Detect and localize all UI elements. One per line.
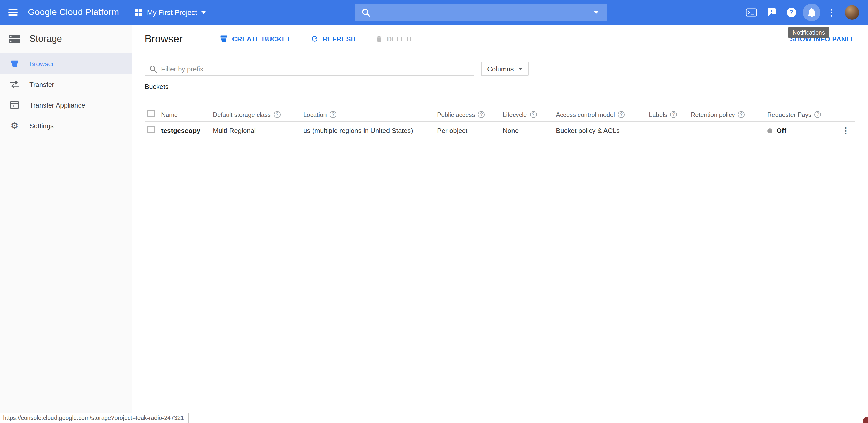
hamburger-menu-button[interactable] bbox=[0, 0, 26, 25]
link-status-bar: https://console.cloud.google.com/storage… bbox=[0, 413, 189, 423]
feedback-icon bbox=[767, 8, 776, 17]
gcp-logo[interactable]: Google Cloud Platform bbox=[28, 7, 119, 18]
column-header-access-control: Access control model ? bbox=[556, 111, 649, 118]
transfer-arrows-icon bbox=[8, 81, 21, 88]
content-header: Browser CREATE BUCKET REFRESH bbox=[132, 25, 868, 53]
sidebar-item-label: Transfer Appliance bbox=[29, 101, 85, 109]
buckets-table: Name Default storage class ? Location ? … bbox=[145, 108, 855, 140]
bucket-add-icon bbox=[220, 35, 228, 43]
gcp-console: Google Cloud Platform My First Project bbox=[0, 0, 868, 423]
project-name: My First Project bbox=[147, 8, 197, 17]
refresh-icon bbox=[311, 35, 319, 43]
cell-access-control: Bucket policy & ACLs bbox=[556, 127, 649, 135]
sidebar-item-transfer-appliance[interactable]: Transfer Appliance bbox=[0, 95, 132, 115]
avatar bbox=[844, 5, 859, 20]
cell-requester-pays: Off bbox=[767, 127, 834, 135]
topbar-actions: ? ⋮ bbox=[741, 0, 862, 25]
header-checkbox-cell bbox=[145, 110, 161, 119]
account-button[interactable] bbox=[842, 0, 862, 25]
project-icon bbox=[134, 8, 142, 16]
filter-box[interactable] bbox=[145, 61, 474, 76]
row-menu-cell: ⋮ bbox=[834, 126, 855, 135]
cell-public-access: Per object bbox=[437, 127, 503, 135]
global-search[interactable] bbox=[355, 4, 607, 21]
cell-location: us (multiple regions in United States) bbox=[303, 127, 437, 135]
cloud-shell-icon bbox=[745, 8, 757, 17]
select-all-checkbox[interactable] bbox=[147, 110, 155, 117]
help-icon: ? bbox=[786, 8, 796, 17]
help-icon[interactable]: ? bbox=[530, 111, 536, 118]
help-icon[interactable]: ? bbox=[618, 111, 625, 118]
bell-icon bbox=[807, 7, 816, 18]
chevron-down-icon bbox=[519, 68, 523, 70]
bucket-icon bbox=[8, 59, 21, 68]
top-app-bar: Google Cloud Platform My First Project bbox=[0, 0, 868, 25]
project-selector[interactable]: My First Project bbox=[134, 8, 206, 17]
create-bucket-button[interactable]: CREATE BUCKET bbox=[220, 35, 291, 43]
row-menu-button[interactable]: ⋮ bbox=[842, 126, 850, 135]
help-button[interactable]: ? bbox=[781, 0, 801, 25]
column-header-requester-pays: Requester Pays ? bbox=[767, 111, 834, 118]
trash-icon bbox=[376, 35, 383, 43]
page-title: Browser bbox=[145, 33, 183, 45]
column-header-public-access: Public access ? bbox=[437, 111, 503, 118]
search-input[interactable] bbox=[370, 8, 585, 17]
table-header-row: Name Default storage class ? Location ? … bbox=[145, 108, 855, 121]
chevron-down-icon bbox=[202, 11, 206, 14]
table-row[interactable]: testgcscopy Multi-Regional us (multiple … bbox=[145, 121, 855, 140]
action-toolbar: CREATE BUCKET REFRESH DELETE bbox=[220, 35, 414, 43]
appliance-icon bbox=[8, 101, 21, 109]
sidebar-header: Storage bbox=[0, 25, 132, 53]
cell-storage-class: Multi-Regional bbox=[213, 127, 303, 135]
hamburger-icon bbox=[8, 9, 18, 16]
gear-icon: ⚙ bbox=[8, 121, 21, 130]
main-content: Browser CREATE BUCKET REFRESH bbox=[132, 25, 868, 423]
cell-lifecycle: None bbox=[503, 127, 556, 135]
sidebar-item-label: Browser bbox=[29, 60, 54, 67]
status-off-dot bbox=[767, 128, 772, 133]
refresh-button[interactable]: REFRESH bbox=[311, 35, 356, 43]
column-header-lifecycle: Lifecycle ? bbox=[503, 111, 556, 118]
help-icon[interactable]: ? bbox=[671, 111, 677, 118]
column-header-labels: Labels ? bbox=[649, 111, 691, 118]
notifications-tooltip: Notifications bbox=[788, 27, 829, 38]
delete-button[interactable]: DELETE bbox=[376, 35, 414, 43]
row-checkbox[interactable] bbox=[147, 126, 155, 134]
search-dropdown-button[interactable] bbox=[585, 4, 607, 21]
sidebar-item-label: Settings bbox=[29, 122, 54, 130]
filter-row: Columns bbox=[145, 61, 855, 76]
columns-dropdown-button[interactable]: Columns bbox=[481, 61, 529, 76]
storage-product-icon bbox=[8, 34, 21, 44]
feedback-button[interactable] bbox=[761, 0, 781, 25]
sidebar: Storage Browser Transfer Transfer Applia… bbox=[0, 25, 132, 423]
filter-by-prefix-input[interactable] bbox=[161, 65, 470, 73]
chevron-down-icon bbox=[594, 11, 598, 14]
row-checkbox-cell bbox=[145, 126, 161, 136]
cloud-shell-button[interactable] bbox=[741, 0, 761, 25]
column-header-location: Location ? bbox=[303, 111, 437, 118]
content-body: Columns Buckets Name Default storage cla… bbox=[132, 53, 868, 140]
help-icon[interactable]: ? bbox=[330, 111, 337, 118]
search-icon bbox=[149, 65, 157, 73]
column-header-name: Name bbox=[161, 111, 213, 118]
help-icon[interactable]: ? bbox=[274, 111, 281, 118]
help-icon[interactable]: ? bbox=[814, 111, 821, 118]
sidebar-item-browser[interactable]: Browser bbox=[0, 53, 132, 74]
bucket-name-link[interactable]: testgcscopy bbox=[161, 127, 213, 135]
sidebar-title: Storage bbox=[29, 33, 62, 44]
help-icon[interactable]: ? bbox=[738, 111, 745, 118]
more-options-button[interactable]: ⋮ bbox=[822, 0, 842, 25]
sidebar-item-transfer[interactable]: Transfer bbox=[0, 74, 132, 95]
help-icon[interactable]: ? bbox=[478, 111, 485, 118]
column-header-retention: Retention policy ? bbox=[691, 111, 767, 118]
search-icon bbox=[362, 8, 370, 17]
column-header-storage-class: Default storage class ? bbox=[213, 111, 303, 118]
sidebar-nav: Browser Transfer Transfer Appliance ⚙ Se… bbox=[0, 53, 132, 136]
notifications-button[interactable] bbox=[801, 0, 822, 25]
sidebar-item-label: Transfer bbox=[29, 80, 54, 88]
buckets-section-label: Buckets bbox=[145, 83, 855, 90]
sidebar-item-settings[interactable]: ⚙ Settings bbox=[0, 115, 132, 136]
more-vert-icon: ⋮ bbox=[827, 8, 836, 17]
